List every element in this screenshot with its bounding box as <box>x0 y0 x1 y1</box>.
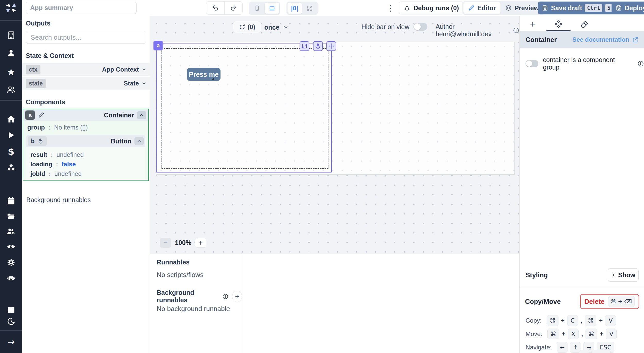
save-draft-button[interactable]: Save draft Ctrl S <box>538 2 617 14</box>
tab-component-settings[interactable] <box>549 19 567 30</box>
sidebar-item-settings[interactable] <box>0 257 22 268</box>
refresh-button[interactable]: (0) <box>233 21 261 33</box>
windmill-logo-icon <box>5 2 17 14</box>
sidebar-item-home[interactable] <box>0 113 22 125</box>
app-summary-input[interactable] <box>26 2 137 14</box>
moon-icon <box>7 317 15 326</box>
folder-icon <box>7 212 15 220</box>
sidebar-item-audit[interactable] <box>0 241 22 252</box>
delete-label: Delete <box>584 298 605 306</box>
runnable-detail-panel <box>242 254 520 353</box>
hand-pointer-icon <box>37 138 44 144</box>
group-key: group <box>27 124 45 131</box>
sidebar-item-resources[interactable] <box>0 162 22 174</box>
editor-tab[interactable]: Editor <box>463 2 501 14</box>
component-settings-panel: + Container See documentation container … <box>520 16 644 353</box>
desktop-icon <box>269 5 275 12</box>
sidebar-item-runs[interactable] <box>0 130 22 141</box>
preview-label: Preview <box>514 4 539 12</box>
container-header-row[interactable]: a Container <box>23 109 148 121</box>
sidebar-item-schedules[interactable] <box>0 195 22 206</box>
container-drop-zone[interactable] <box>162 48 328 169</box>
sidebar-item-folders[interactable] <box>0 210 22 222</box>
windmill-logo[interactable] <box>0 2 22 13</box>
state-type-label: State <box>124 80 139 87</box>
output-row-loading: loading:false <box>30 159 141 169</box>
delete-component-button[interactable]: Delete ⌘ + ⌫ <box>580 294 639 309</box>
undo-button[interactable] <box>206 2 225 14</box>
container-component-tree: a Container group:No items ([]) b Button <box>23 109 149 181</box>
see-documentation-link[interactable]: See documentation <box>572 36 639 43</box>
more-menu-button[interactable]: ⋮ <box>387 3 395 13</box>
sidebar-item-assistant[interactable] <box>0 272 22 283</box>
container-type-label: Container <box>104 111 134 119</box>
expand-handle[interactable] <box>300 41 309 51</box>
search-outputs-input[interactable] <box>26 31 146 44</box>
chevron-up-icon <box>139 113 144 118</box>
sidebar-item-user[interactable] <box>0 47 22 59</box>
rail-divider-mid <box>0 100 22 101</box>
runnables-empty-label: No scripts/flows <box>157 271 204 279</box>
redo-button[interactable] <box>225 2 243 14</box>
sidebar-item-groups[interactable] <box>0 84 22 95</box>
button-header-row[interactable]: b Button <box>26 135 145 147</box>
dollar-icon: $ <box>8 146 14 157</box>
sidebar-collapse-toggle[interactable]: → <box>0 336 22 348</box>
zoom-in-button[interactable]: + <box>195 238 206 248</box>
mobile-view-button[interactable] <box>250 3 264 14</box>
anchor-handle[interactable] <box>313 41 323 51</box>
center-layout-button[interactable]: |0| <box>287 3 302 14</box>
debug-runs-button[interactable]: Debug runs (0) <box>399 2 464 14</box>
info-icon[interactable] <box>513 27 519 34</box>
sidebar-item-workspace[interactable] <box>0 30 22 41</box>
move-icon <box>328 43 334 49</box>
component-group-toggle[interactable] <box>526 60 538 67</box>
state-row[interactable]: state State <box>22 77 150 90</box>
refresh-mode-dropdown[interactable]: once <box>264 23 289 32</box>
sidebar-item-workers[interactable] <box>0 226 22 237</box>
sidebar-item-favorites[interactable]: ★ <box>0 66 22 78</box>
tab-styling[interactable] <box>576 19 594 30</box>
pencil-icon <box>468 5 475 11</box>
eye-icon <box>7 242 15 251</box>
rail-divider-bottom <box>0 330 22 331</box>
move-shortcut-row: Move: ⌘ + X , ⌘ + V <box>526 329 617 339</box>
move-handle[interactable] <box>326 41 336 51</box>
show-styling-button[interactable]: Show <box>608 268 639 282</box>
cmd-keycap: ⌘ <box>547 329 559 339</box>
top-toolbar: |0| ⋮ Debug runs (0) Editor Preview <box>22 0 644 16</box>
info-icon[interactable] <box>637 60 644 67</box>
save-icon <box>542 5 548 11</box>
styling-title: Styling <box>526 271 548 279</box>
press-me-button[interactable]: Press me <box>187 68 221 81</box>
container-collapse-button[interactable] <box>137 111 146 119</box>
sidebar-item-variables[interactable]: $ <box>0 146 22 157</box>
output-row-jobid: jobId:undefined <box>30 169 141 178</box>
button-collapse-button[interactable] <box>134 137 144 145</box>
tab-insert-component[interactable]: + <box>524 19 542 30</box>
ctx-row[interactable]: ctx App Context <box>22 63 150 76</box>
button-id-pill: b <box>28 136 47 146</box>
desktop-view-button[interactable] <box>265 3 279 14</box>
chevron-down-icon <box>283 24 289 30</box>
preview-tab[interactable]: Preview <box>501 2 544 14</box>
background-runnables-empty-label: No background runnable <box>157 305 230 313</box>
deploy-button[interactable]: Deploy <box>612 2 644 14</box>
hide-bar-toggle[interactable] <box>413 23 427 31</box>
sidebar-item-theme[interactable] <box>0 316 22 327</box>
add-background-runnable-button[interactable]: + <box>232 291 242 302</box>
sidebar-item-docs[interactable] <box>0 304 22 316</box>
zoom-level: 100% <box>175 239 191 246</box>
copy-move-title: Copy/Move <box>525 298 561 306</box>
users-settings-icon <box>7 227 15 236</box>
styling-section-header: Styling Show <box>520 268 644 282</box>
section-divider <box>520 288 644 288</box>
full-width-layout-button[interactable] <box>302 3 317 14</box>
hide-bar-group: Hide bar on view <box>361 23 427 31</box>
button-id-badge: b <box>31 138 35 145</box>
pencil-icon[interactable] <box>38 112 45 118</box>
zoom-out-button[interactable]: − <box>160 238 171 248</box>
resize-handle-icon[interactable] <box>211 77 214 80</box>
info-icon[interactable] <box>222 293 228 300</box>
button-outputs: result:undefined loading:false jobId:und… <box>26 147 145 181</box>
